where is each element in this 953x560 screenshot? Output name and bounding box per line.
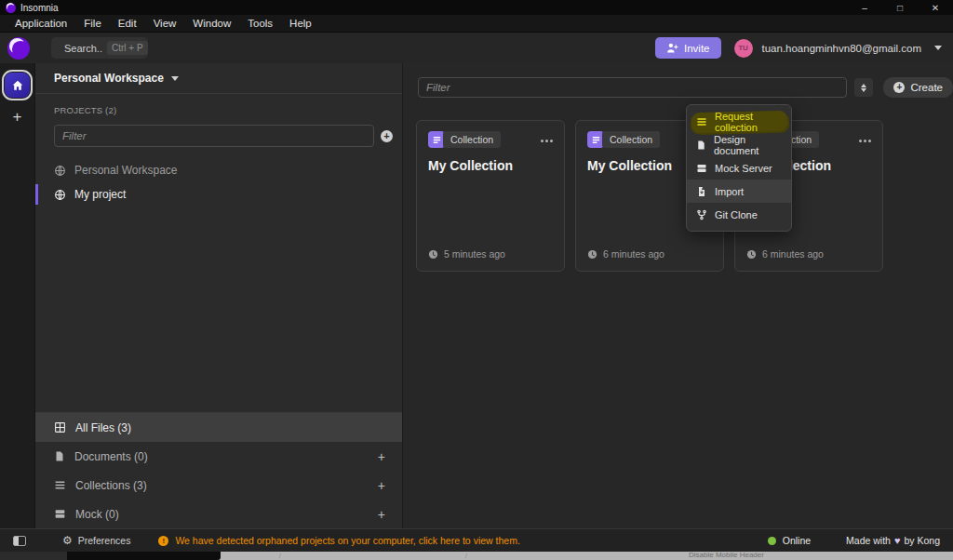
online-dot-icon	[768, 537, 776, 545]
menu-bar: Application File Edit View Window Tools …	[0, 15, 953, 33]
card-menu-button[interactable]	[859, 138, 871, 142]
background-window-text: Disable Mobile Header	[689, 552, 764, 559]
chevron-down-icon	[171, 76, 179, 81]
workspace-filter-input[interactable]	[418, 77, 847, 98]
menu-item-mock-server[interactable]: Mock Server	[687, 156, 791, 180]
home-icon	[11, 79, 24, 92]
collection-list-icon	[54, 479, 66, 491]
title-bar: Insomnia – □ ✕	[0, 0, 953, 15]
kong-credit: Made with ♥ by Kong	[846, 535, 940, 546]
files-item-label: All Files (3)	[75, 421, 131, 434]
projects-filter-row: +	[35, 115, 402, 147]
global-search[interactable]: Search.. Ctrl + P	[51, 37, 148, 59]
clock-icon	[428, 249, 438, 260]
invite-button[interactable]: Invite	[655, 37, 721, 59]
files-item-documents[interactable]: Documents (0) +	[35, 442, 402, 471]
menu-item-design-document[interactable]: Design document	[687, 133, 791, 156]
app-header: Search.. Ctrl + P Invite TU tuan.hoangmi…	[0, 33, 953, 63]
files-item-label: Mock (0)	[75, 508, 119, 521]
files-item-mock[interactable]: Mock (0) +	[35, 500, 402, 528]
clock-icon	[746, 249, 757, 260]
main-toolbar: + Create	[403, 63, 953, 98]
card-type-badge: Collection	[443, 131, 501, 148]
menu-tools[interactable]: Tools	[240, 16, 280, 31]
sidebar-spacer	[35, 207, 402, 412]
document-icon	[54, 450, 65, 462]
maximize-button[interactable]: □	[882, 0, 918, 15]
orphaned-projects-warning[interactable]: ! We have detected orphaned projects on …	[158, 535, 519, 546]
menu-view[interactable]: View	[146, 16, 184, 31]
project-label: Personal Workspace	[74, 164, 178, 177]
card-menu-button[interactable]	[541, 138, 553, 142]
main-panel: + Create Collection My Collection	[403, 63, 953, 528]
close-button[interactable]: ✕	[918, 0, 953, 15]
menu-edit[interactable]: Edit	[111, 16, 144, 31]
menu-item-request-collection[interactable]: Request collection	[687, 110, 791, 133]
person-plus-icon	[666, 42, 678, 54]
warning-text: We have detected orphaned projects on yo…	[175, 535, 519, 546]
grid-icon	[54, 421, 66, 433]
project-item-my-project[interactable]: My project	[35, 182, 402, 207]
menu-item-git-clone[interactable]: Git Clone	[687, 203, 791, 226]
create-menu: Request collection Design document Mock …	[686, 104, 792, 232]
git-branch-icon	[696, 209, 707, 220]
menu-item-import[interactable]: Import	[687, 180, 791, 203]
left-rail: +	[0, 63, 35, 528]
insomnia-logo-icon	[7, 37, 30, 60]
files-item-all-files[interactable]: All Files (3)	[35, 413, 402, 442]
projects-filter-input[interactable]	[54, 125, 374, 147]
collection-card[interactable]: Collection My Collection 5 minutes ago	[416, 120, 565, 272]
sidebar-toggle-icon[interactable]	[13, 536, 26, 546]
add-mock-button[interactable]: +	[378, 507, 385, 522]
preferences-label: Preferences	[78, 535, 131, 546]
workspace-selector[interactable]: Personal Workspace	[35, 63, 402, 94]
files-item-label: Collections (3)	[75, 479, 147, 492]
workspace-name: Personal Workspace	[54, 72, 164, 85]
rail-add-button[interactable]: +	[13, 109, 22, 125]
card-timestamp: 5 minutes ago	[428, 248, 505, 260]
files-item-collections[interactable]: Collections (3) +	[35, 471, 402, 500]
menu-window[interactable]: Window	[185, 16, 238, 31]
add-collection-button[interactable]: +	[378, 478, 385, 493]
status-bar: ⚙ Preferences ! We have detected orphane…	[0, 528, 953, 552]
sort-up-icon	[861, 84, 866, 87]
sort-button[interactable]	[854, 78, 873, 97]
sidebar: Personal Workspace PROJECTS (2) + Person…	[35, 63, 403, 528]
projects-count-label: PROJECTS (2)	[35, 94, 402, 115]
chevron-down-icon[interactable]	[934, 46, 942, 50]
clock-icon	[587, 249, 597, 260]
card-timestamp: 6 minutes ago	[587, 248, 664, 260]
server-icon	[696, 163, 707, 174]
home-button[interactable]	[5, 73, 30, 98]
import-icon	[696, 186, 707, 197]
window-controls: – □ ✕	[847, 0, 953, 15]
add-document-button[interactable]: +	[378, 449, 385, 464]
search-label: Search..	[64, 43, 102, 54]
strip-dark-segment	[0, 552, 67, 560]
account-email[interactable]: tuan.hoangminhvn80@gmail.com	[762, 43, 922, 54]
preferences-button[interactable]: ⚙ Preferences	[62, 534, 130, 547]
document-icon	[696, 140, 706, 151]
server-icon	[54, 508, 66, 520]
card-type-badge: Collection	[602, 131, 660, 148]
card-title: My Collection	[428, 158, 553, 173]
heart-icon: ♥	[894, 535, 901, 546]
warning-icon: !	[158, 536, 168, 546]
collection-list-icon	[696, 116, 707, 127]
menu-application[interactable]: Application	[7, 16, 74, 31]
project-item-personal-workspace[interactable]: Personal Workspace	[35, 158, 402, 182]
project-list: Personal Workspace My project	[35, 158, 402, 207]
create-button[interactable]: + Create	[883, 77, 953, 98]
plus-circle-icon: +	[893, 82, 905, 93]
insomnia-window: Insomnia – □ ✕ Application File Edit Vie…	[0, 0, 953, 560]
minimize-button[interactable]: –	[847, 0, 882, 15]
menu-help[interactable]: Help	[282, 16, 319, 31]
menu-file[interactable]: File	[76, 16, 109, 31]
add-project-button[interactable]: +	[381, 130, 393, 142]
avatar[interactable]: TU	[734, 39, 753, 58]
online-label: Online	[783, 535, 811, 546]
create-label: Create	[910, 82, 943, 93]
sort-down-icon	[861, 88, 866, 92]
card-timestamp: 6 minutes ago	[746, 248, 824, 260]
files-section: All Files (3) Documents (0) + Collection…	[35, 412, 402, 528]
